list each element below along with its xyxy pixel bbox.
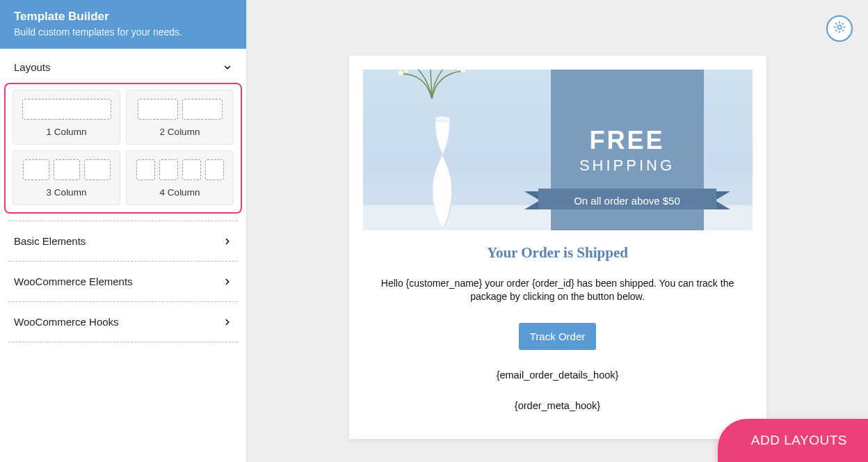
sidebar-title: Template Builder [14,10,232,24]
hero-ribbon-text: On all order above $50 [574,195,680,207]
layout-slot [54,159,80,180]
section-separator [8,342,238,342]
section-label: WooCommerce Elements [14,276,133,287]
layout-card-2-column[interactable]: 2 Column [126,90,234,145]
hero-line2: SHIPPING [579,157,675,175]
svg-point-14 [403,70,408,73]
sidebar-subtitle: Build custom templates for your needs. [14,26,232,38]
svg-point-0 [837,25,841,29]
section-label: Basic Elements [14,235,86,247]
sidebar-panel: Template Builder Build custom templates … [0,0,247,462]
gear-icon [833,20,846,37]
svg-point-1 [435,116,450,122]
layout-slot [22,99,111,120]
flowers-illustration [380,70,484,99]
track-order-button[interactable]: Track Order [519,323,596,350]
layout-card-label: 3 Column [19,187,114,198]
vase-illustration [415,112,470,230]
layouts-section-label: Layouts [14,61,51,73]
layout-slot [182,99,223,120]
layouts-section: Layouts 1 Column 2 Column [0,49,246,214]
svg-point-11 [460,70,466,73]
section-label: WooCommerce Hooks [14,316,119,328]
editor-canvas-area: FREE SHIPPING On all order above $50 You… [247,0,868,462]
layout-slot [136,159,155,180]
layout-card-label: 4 Column [132,187,227,198]
layout-slot [84,159,111,180]
email-order-details-hook[interactable]: {email_order_details_hook} [349,369,766,381]
template-preview-card: FREE SHIPPING On all order above $50 You… [349,56,766,439]
layout-slot [205,159,224,180]
layout-card-3-column[interactable]: 3 Column [13,150,120,205]
section-basic-elements[interactable]: Basic Elements [0,221,246,261]
layouts-section-header[interactable]: Layouts [0,49,246,83]
hero-banner[interactable]: FREE SHIPPING On all order above $50 [363,70,753,230]
chevron-right-icon [223,317,232,327]
add-layouts-button[interactable]: ADD LAYOUTS [718,419,868,462]
layout-slot [138,99,178,120]
layout-card-label: 2 Column [132,127,227,137]
chevron-down-icon [223,63,232,72]
layout-card-1-column[interactable]: 1 Column [13,90,120,145]
layout-slot [159,159,178,180]
chevron-right-icon [223,277,232,287]
order-meta-hook[interactable]: {order_meta_hook} [349,400,766,411]
chevron-right-icon [223,237,232,246]
section-woocommerce-hooks[interactable]: WooCommerce Hooks [0,302,246,342]
preview-description[interactable]: Hello {customer_name} your order {order_… [373,277,743,303]
section-woocommerce-elements[interactable]: WooCommerce Elements [0,262,246,301]
layout-card-label: 1 Column [19,127,114,137]
svg-point-12 [455,70,460,70]
sidebar-header: Template Builder Build custom templates … [0,0,246,49]
hero-ribbon: On all order above $50 [524,189,730,212]
layouts-body-highlight: 1 Column 2 Column 3 Column [4,83,242,214]
layout-slot [23,159,49,180]
layout-slot [182,159,201,180]
layout-card-4-column[interactable]: 4 Column [126,150,234,205]
preview-title[interactable]: Your Order is Shipped [349,244,766,262]
hero-line1: FREE [589,126,664,155]
svg-point-13 [398,70,403,76]
settings-button[interactable] [826,15,853,42]
